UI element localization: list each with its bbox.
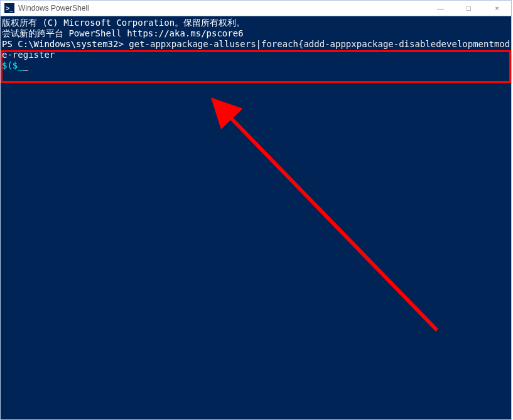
titlebar[interactable]: >_ Windows PowerShell — □ × xyxy=(1,1,511,16)
terminal-area[interactable]: 版权所有 (C) Microsoft Corporation。保留所有权利。 尝… xyxy=(1,16,511,419)
annotation-arrow xyxy=(1,16,511,419)
terminal-line-try: 尝试新的跨平台 PowerShell https://aka.ms/pscore… xyxy=(2,28,511,39)
maximize-button[interactable]: □ xyxy=(455,1,483,16)
close-button[interactable]: × xyxy=(483,1,511,16)
prompt-text: PS C:\Windows\system32> xyxy=(2,39,129,49)
cursor: _ xyxy=(23,60,28,71)
powershell-window: >_ Windows PowerShell — □ × 版权所有 (C) Mic… xyxy=(0,0,512,420)
window-controls: — □ × xyxy=(426,1,511,16)
svg-line-1 xyxy=(227,114,437,330)
terminal-wrap-line: $($__ xyxy=(2,60,511,71)
terminal-text: 版权所有 (C) Microsoft Corporation。保留所有权利。 尝… xyxy=(2,18,511,71)
command-wrap-text: $($_ xyxy=(2,60,23,70)
icon-glyph: >_ xyxy=(6,5,13,12)
terminal-prompt-line: PS C:\Windows\system32> get-appxpackage-… xyxy=(2,39,511,60)
terminal-line-copyright: 版权所有 (C) Microsoft Corporation。保留所有权利。 xyxy=(2,18,511,28)
minimize-button[interactable]: — xyxy=(426,1,455,16)
powershell-icon: >_ xyxy=(4,3,14,13)
window-title: Windows PowerShell xyxy=(18,4,426,13)
